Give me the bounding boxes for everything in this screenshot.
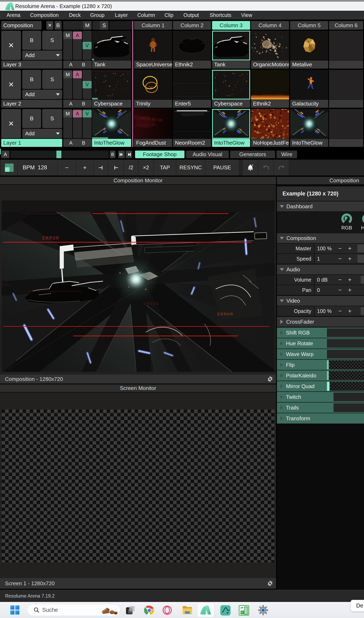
svg-text:ERROR: ERROR: [217, 312, 234, 317]
svg-text:ERROR: ERROR: [143, 302, 159, 306]
svg-text:RRO: RRO: [2, 282, 12, 288]
svg-text:ERROR: ERROR: [42, 236, 60, 241]
